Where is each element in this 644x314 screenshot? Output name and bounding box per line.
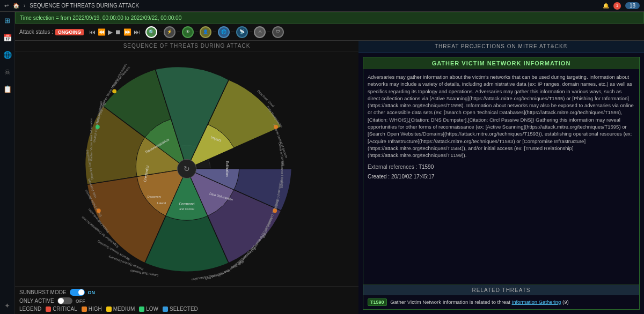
svg-text:Discovery: Discovery [148,195,162,198]
related-threats-section: RELATED THREATS T1590 Gather Victim Netw… [363,285,639,309]
breadcrumb-attacks: SEQUENCE OF THREATS DURING ATTACK [30,3,139,9]
only-active-knob [58,298,64,304]
threat-icon-8[interactable]: 🛡 [272,26,284,38]
status-bar: Attack status : ONGOING ⏮ ⏪ ▶ ⏹ ⏩ ⏭ 🔍 ─ … [15,24,644,41]
stop-button[interactable]: ⏹ [115,28,121,36]
threat-icon-6[interactable]: 📡 [236,26,248,38]
time-bar: Time selection = from 2022/09/19, 00:00:… [15,12,644,24]
legend-low-label: LOW [146,306,158,312]
legend-dot-selected [163,306,168,312]
threat-description: Adversaries may gather information about… [368,74,634,158]
legend-medium-label: MEDIUM [113,306,135,312]
ext-ref-value: T1590 [419,164,434,170]
content-area: SEQUENCE OF THREATS DURING ATTACK [15,41,644,314]
play-button[interactable]: ▶ [108,28,113,36]
related-threats-body: T1590 Gather Victim Network Information … [363,295,639,309]
threat-detail-body: Adversaries may gather information about… [363,69,639,285]
svg-text:Lateral: Lateral [157,201,166,205]
svg-text:Command: Command [179,202,195,206]
related-threats-header: RELATED THREATS [363,285,639,295]
legend-low: LOW [139,306,158,312]
skip-back-button[interactable]: ⏮ [89,28,96,36]
legend-dot-critical [46,306,51,312]
sidebar-icon-globe[interactable]: 🌐 [2,49,13,60]
threat-icon-5[interactable]: 🌐 [218,26,230,38]
sidebar-icon-list[interactable]: 📋 [2,84,13,94]
threat-icon-recon[interactable]: 🔍 [145,26,157,38]
legend-medium: MEDIUM [106,306,135,312]
top-bar: ↩ 🏠 › SEQUENCE OF THREATS DURING ATTACK … [0,0,644,12]
legend-dot-low [139,306,144,312]
related-threat-count: (9) [562,299,569,305]
threat-detail-box: GATHER VICTIM NETWORK INFORMATION Advers… [363,57,640,310]
sunburst-toggle[interactable] [70,289,85,296]
only-active-row: ONLY ACTIVE OFF [19,297,354,304]
sunburst-chart[interactable]: Reconnaissance Impact Credential Discove… [53,54,321,284]
legend-critical: CRITICAL [46,306,77,312]
external-ref: External references : T1590 [368,163,635,171]
playback-controls: ⏮ ⏪ ▶ ⏹ ⏩ ⏭ [89,28,140,36]
legend-selected-label: SELECTED [170,306,198,312]
home-icon[interactable]: 🏠 [13,3,19,9]
step-back-button[interactable]: ⏪ [98,28,106,36]
svg-text:Lateral Tool Transfer: Lateral Tool Transfer [130,269,159,277]
only-active-toggle[interactable] [57,297,72,304]
ext-ref-label: External references : [368,164,417,170]
sidebar-icon-skull[interactable]: ☠ [2,66,13,77]
svg-point-39 [273,208,277,213]
breadcrumb-separator: › [24,3,25,9]
time-selection-text: Time selection = from 2022/09/19, 00:00:… [20,15,181,21]
legend-high: HIGH [82,306,102,312]
step-forward-button[interactable]: ⏩ [123,28,131,36]
ongoing-badge: ONGOING [55,29,84,35]
threat-icon-3[interactable]: 👁 [182,26,194,38]
threat-detail-header: GATHER VICTIM NETWORK INFORMATION [363,57,639,69]
svg-text:Exfiltration: Exfiltration [225,161,229,177]
svg-point-40 [274,125,278,129]
svg-text:Gather Victim Host Information: Gather Victim Host Information [90,118,93,161]
legend-selected: SELECTED [163,306,198,312]
top-bar-left: ↩ 🏠 › SEQUENCE OF THREATS DURING ATTACK [4,3,139,9]
svg-point-37 [96,125,100,129]
notification-badge: 1 [613,2,621,10]
right-panel-title: THREAT PROJECTIONS ON MITRE ATT&CK® [358,41,644,53]
sidebar-icon-settings[interactable]: ✦ [2,300,13,311]
threat-icon-4[interactable]: 👤 [200,26,211,38]
threat-timeline-icons: 🔍 ─ ⚡ ─ 👁 ─ 👤 ─ 🌐 ─ 📡 ─ ⚠ ─ 🛡 [145,26,284,38]
related-threat-connector: is related to threat [470,299,512,305]
attack-status: Attack status : ONGOING [19,29,84,35]
threat-icon-2[interactable]: ⚡ [164,26,175,38]
toggle-knob [78,289,84,295]
sidebar-icon-calendar[interactable]: 📅 [2,32,13,43]
user-badge[interactable]: 18 [625,2,640,9]
legend-row: LEGEND CRITICAL HIGH MEDIUM [19,306,354,312]
related-threat-link[interactable]: Information Gathering [512,299,561,305]
legend-dot-medium [106,306,112,312]
only-active-toggle-label: OFF [76,298,85,304]
threat-icon-7[interactable]: ⚠ [254,26,266,38]
legend-high-label: HIGH [89,306,102,312]
related-threat-text: Gather Victim Network Information [390,299,468,305]
attack-status-label: Attack status : [19,29,53,35]
sunburst-mode-row: SUNBURST MODE ON [19,289,354,296]
svg-text:↻: ↻ [184,165,190,173]
sidebar-icon-grid[interactable]: ⊞ [2,15,13,26]
history-icon[interactable]: ↩ [4,3,9,9]
created-value: 20/10/02 17:45:17 [391,174,435,180]
bottom-bar: SUNBURST MODE ON ONLY ACTIVE OFF [15,286,358,314]
created-date: Created : 20/10/02 17:45:17 [368,173,635,181]
created-label: Created : [368,174,390,180]
left-panel-title: SEQUENCE OF THREATS DURING ATTACK [15,41,358,51]
legend-dot-high [82,306,87,312]
bell-icon[interactable]: 🔔 [603,3,609,9]
sidebar: ⊞ 📅 🌐 ☠ 📋 ✦ [0,12,15,314]
left-panel: SEQUENCE OF THREATS DURING ATTACK [15,41,358,314]
svg-point-38 [97,208,101,213]
svg-text:and Control: and Control [179,207,194,211]
right-panel: THREAT PROJECTIONS ON MITRE ATT&CK® GATH… [358,41,644,314]
sunburst-mode-label: SUNBURST MODE [19,289,67,295]
legend-critical-label: CRITICAL [53,306,77,312]
top-bar-right: 🔔 1 18 [603,2,640,10]
related-threat-tag[interactable]: T1590 [368,298,387,306]
skip-forward-button[interactable]: ⏭ [134,28,140,36]
